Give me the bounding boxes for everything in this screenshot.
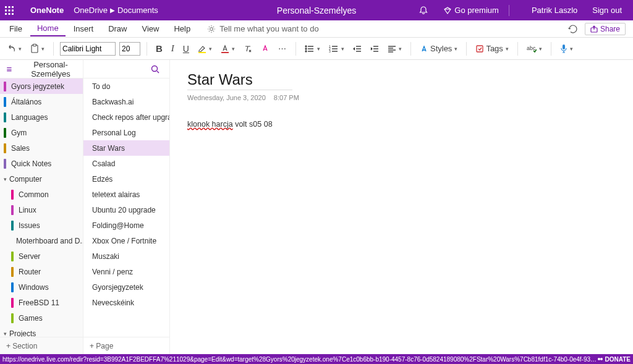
user-name[interactable]: Patrik Laszlo	[525, 0, 584, 20]
svg-rect-14	[221, 52, 229, 53]
menu-draw[interactable]: Draw	[101, 22, 134, 36]
page-item[interactable]: Venni / penz	[83, 264, 169, 279]
section-label: Általános	[11, 98, 41, 106]
svg-point-26	[600, 358, 603, 360]
section-label: Gyors jegyzetek	[11, 82, 64, 91]
page-item[interactable]: Xbox One / Fortnite	[83, 233, 169, 248]
section-label: Games	[19, 314, 43, 323]
section-color-tab	[11, 313, 14, 323]
note-body[interactable]: klonok harcja volt s05 08	[187, 120, 616, 129]
menu-home[interactable]: Home	[30, 21, 66, 36]
note-title[interactable]: Star Wars	[187, 71, 292, 90]
chevron-down-icon: ▾	[4, 331, 7, 337]
section-item[interactable]: Server	[0, 248, 83, 264]
align-button[interactable]: ▾	[385, 43, 404, 55]
page-item[interactable]: Nevecskéink	[83, 295, 169, 310]
more-formatting-icon[interactable]: ⋯	[276, 42, 289, 55]
section-color-tab	[4, 159, 6, 169]
app-name[interactable]: OneNote	[27, 6, 67, 15]
add-page-button[interactable]: + Page	[83, 337, 169, 354]
note-text[interactable]: volt s05 08	[233, 120, 273, 129]
section-item[interactable]: Quick Notes	[0, 156, 83, 171]
dictate-button[interactable]: ▾	[558, 42, 576, 56]
bullets-button[interactable]: ▾	[302, 43, 323, 55]
section-item[interactable]: Router	[0, 264, 83, 279]
breadcrumb-documents[interactable]: Documents	[117, 6, 158, 15]
svg-text:abc: abc	[527, 45, 536, 51]
section-label: FreeBSD 11	[19, 298, 59, 307]
section-item[interactable]: FreeBSD 11	[0, 295, 83, 310]
section-item[interactable]: Languages	[0, 109, 83, 125]
app-launcher-icon[interactable]	[5, 6, 25, 15]
font-color-button[interactable]: ▾	[218, 43, 237, 55]
chevron-right-icon: ▶	[110, 7, 115, 14]
catch-up-icon[interactable]	[567, 24, 579, 34]
section-item[interactable]: Games	[0, 310, 83, 326]
section-group[interactable]: ▾Projects	[0, 326, 83, 337]
section-item[interactable]: Gym	[0, 125, 83, 140]
italic-button[interactable]: I	[169, 41, 177, 56]
clear-formatting-button[interactable]	[241, 43, 255, 55]
tell-me-search[interactable]: Tell me what you want to do	[207, 24, 318, 33]
section-group[interactable]: ▾Computer	[0, 171, 83, 187]
spellcheck-button[interactable]: abc▾	[524, 43, 545, 55]
font-size-input[interactable]	[119, 42, 140, 56]
page-item[interactable]: Star Wars	[83, 140, 169, 156]
add-section-button[interactable]: + Section	[0, 337, 83, 354]
highlight-button[interactable]: ▾	[195, 43, 215, 55]
page-item[interactable]: Ubuntu 20 upgrade	[83, 202, 169, 218]
section-color-tab	[4, 143, 6, 153]
notifications-icon[interactable]	[412, 0, 435, 20]
tags-button[interactable]: Tags▾	[473, 42, 511, 55]
go-premium-button[interactable]: Go premium	[437, 0, 505, 20]
misspelled-text[interactable]: klonok harcja	[187, 120, 233, 129]
section-label: Windows	[19, 283, 49, 292]
section-item[interactable]: Sales	[0, 140, 83, 156]
section-label: Computer	[9, 175, 42, 184]
section-item[interactable]: Common	[0, 187, 83, 202]
sign-out-button[interactable]: Sign out	[586, 0, 628, 20]
page-item[interactable]: Backwash.ai	[83, 94, 169, 109]
section-item[interactable]: Linux	[0, 202, 83, 218]
font-name-input[interactable]	[60, 42, 116, 56]
format-painter-button[interactable]	[258, 43, 272, 55]
separator	[509, 5, 522, 16]
indent-button[interactable]	[368, 43, 381, 55]
menu-view[interactable]: View	[135, 22, 166, 36]
section-color-tab	[4, 97, 6, 107]
page-item[interactable]: Muszaki	[83, 248, 169, 264]
underline-button[interactable]: U	[181, 42, 192, 56]
notebook-title[interactable]: Personal-Személyes	[19, 60, 83, 78]
menu-file[interactable]: File	[2, 22, 29, 36]
note-canvas[interactable]: Star Wars Wednesday, June 3, 2020 8:07 P…	[170, 60, 633, 354]
page-item[interactable]: Folding@Home	[83, 218, 169, 233]
page-item[interactable]: To do	[83, 78, 169, 94]
menu-insert[interactable]: Insert	[67, 22, 101, 36]
styles-button[interactable]: Styles▾	[417, 42, 460, 55]
donate-button[interactable]: DONATE	[597, 356, 631, 363]
clipboard-button[interactable]: ▾	[28, 42, 47, 56]
page-item[interactable]: Csalad	[83, 156, 169, 171]
styles-label: Styles	[430, 44, 452, 53]
page-item[interactable]: Gyorsjegyzetek	[83, 279, 169, 295]
section-item[interactable]: Gyors jegyzetek	[0, 78, 83, 94]
undo-button[interactable]: ▾	[5, 43, 24, 55]
numbering-button[interactable]: 123▾	[326, 43, 347, 55]
page-item[interactable]: teletext alairas	[83, 187, 169, 202]
page-item[interactable]: Edzés	[83, 171, 169, 187]
search-icon[interactable]	[151, 65, 169, 74]
share-button[interactable]: Share	[585, 23, 626, 35]
section-item[interactable]: Issues	[0, 218, 83, 233]
section-item[interactable]: Windows	[0, 279, 83, 295]
menu-help[interactable]: Help	[167, 22, 197, 36]
outdent-button[interactable]	[350, 43, 364, 55]
breadcrumb-onedrive[interactable]: OneDrive	[74, 6, 108, 15]
hamburger-icon[interactable]: ≡	[0, 64, 19, 74]
section-item[interactable]: Általános	[0, 94, 83, 109]
page-item[interactable]: Personal Log	[83, 125, 169, 140]
bold-button[interactable]: B	[153, 41, 165, 56]
page-item[interactable]: Check repos after upgrade	[83, 109, 169, 125]
section-item[interactable]: Moterhboard and D...	[0, 233, 83, 248]
svg-point-16	[305, 48, 307, 49]
section-label: Languages	[11, 113, 48, 122]
